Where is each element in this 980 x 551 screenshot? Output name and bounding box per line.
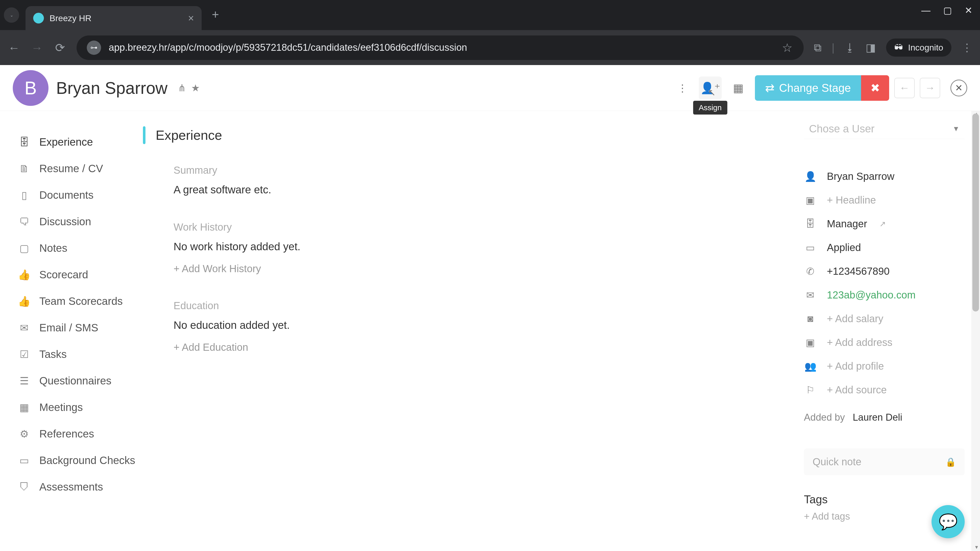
sidebar: 🗄Experience 🗎Resume / CV ▯Documents 🗨Dis… [0, 111, 143, 551]
assign-tooltip: Assign [693, 101, 727, 114]
sidebar-item-references[interactable]: ⚙References [13, 421, 143, 447]
change-stage-button[interactable]: ⇄ Change Stage [755, 75, 861, 101]
url-bar[interactable]: ⊶ app.breezy.hr/app/c/moodjoy/p/59357218… [76, 35, 803, 60]
chat-fab-button[interactable]: 💬 [932, 505, 965, 538]
window-controls: — ▢ ✕ [921, 5, 972, 16]
candidate-header: B Bryan Sparrow ⋔ ★ ⋮ 👤⁺ ↖ Assign ▦ ⇄ Ch… [0, 65, 980, 111]
info-status-row[interactable]: ▭ Applied [804, 236, 965, 259]
sidebar-item-meetings[interactable]: ▦Meetings [13, 394, 143, 421]
sidebar-item-discussion[interactable]: 🗨Discussion [13, 208, 143, 235]
disqualify-button[interactable]: ✖ [861, 75, 889, 101]
reload-icon[interactable]: ⟳ [54, 41, 66, 55]
info-status: Applied [827, 242, 861, 253]
info-role-row[interactable]: 🗄 Manager ↗ [804, 212, 965, 236]
downloads-icon[interactable]: ⭳ [845, 41, 856, 54]
incognito-icon: 🕶 [894, 43, 903, 52]
next-candidate-button[interactable]: → [920, 78, 940, 98]
info-email-row[interactable]: ✉ 123ab@yahoo.com [804, 283, 965, 307]
quick-note-input[interactable]: Quick note 🔒 [804, 448, 965, 475]
maximize-icon[interactable]: ▢ [943, 5, 952, 16]
back-icon[interactable]: ← [8, 41, 21, 55]
sidebar-item-questionnaires[interactable]: ☰Questionnaires [13, 368, 143, 394]
work-history-label: Work History [173, 221, 773, 233]
extensions-icon[interactable]: ⧉ [814, 41, 821, 54]
sidebar-item-label: Notes [39, 242, 67, 254]
sidebar-item-label: Assessments [39, 481, 103, 493]
sidebar-item-label: References [39, 428, 94, 440]
sidebar-item-label: Email / SMS [39, 322, 98, 334]
info-phone-row[interactable]: ✆ +1234567890 [804, 259, 965, 283]
quick-note-placeholder: Quick note [813, 456, 861, 468]
info-headline-row[interactable]: ▣ + Headline [804, 188, 965, 212]
scrollbar-thumb[interactable] [972, 114, 979, 311]
bookmark-star-icon[interactable]: ☆ [781, 41, 794, 55]
lock-icon[interactable]: 🔒 [945, 457, 956, 467]
info-name: Bryan Sparrow [827, 171, 894, 182]
new-tab-button[interactable]: + [212, 7, 219, 23]
right-panel: Chose a User ▼ 👤 Bryan Sparrow ▣ + Headl… [794, 111, 980, 551]
summary-label: Summary [173, 165, 773, 176]
add-education-link[interactable]: + Add Education [173, 341, 773, 353]
salary-icon: ◙ [804, 313, 817, 324]
tab-close-icon[interactable]: × [188, 13, 194, 24]
sidebar-item-documents[interactable]: ▯Documents [13, 182, 143, 208]
assign-user-icon: 👤⁺ [700, 81, 720, 95]
note-icon: ▢ [18, 242, 30, 254]
site-info-icon[interactable]: ⊶ [87, 41, 101, 55]
sidebar-item-label: Resume / CV [39, 162, 103, 175]
add-work-history-link[interactable]: + Add Work History [173, 263, 773, 275]
prev-candidate-button[interactable]: ← [894, 78, 915, 98]
incognito-badge[interactable]: 🕶 Incognito [886, 38, 951, 57]
browser-menu-icon[interactable]: ⋮ [962, 41, 972, 54]
close-panel-button[interactable]: ✕ [950, 79, 967, 97]
minimize-icon[interactable]: — [921, 5, 931, 16]
scrollbar-track[interactable]: ▴ ▾ [971, 111, 980, 551]
assign-button[interactable]: 👤⁺ ↖ Assign [699, 76, 722, 100]
tab-search-dropdown[interactable]: ⌄ [4, 7, 19, 23]
sidebar-item-email-sms[interactable]: ✉Email / SMS [13, 314, 143, 341]
info-address-row[interactable]: ▣ + Add address [804, 330, 965, 354]
sidebar-item-label: Documents [39, 189, 94, 201]
scroll-down-icon[interactable]: ▾ [975, 544, 978, 551]
star-icon[interactable]: ★ [191, 83, 200, 94]
sidebar-item-label: Team Scorecards [39, 295, 123, 307]
sidebar-item-assessments[interactable]: ⛉Assessments [13, 474, 143, 500]
header-actions: ⋮ 👤⁺ ↖ Assign ▦ ⇄ Change Stage ✖ ← → ✕ [671, 75, 967, 101]
disqualify-icon: ✖ [870, 81, 880, 94]
info-profile-row[interactable]: 👥 + Add profile [804, 354, 965, 378]
doc-icon: ▯ [18, 189, 30, 201]
rss-icon[interactable]: ⋔ [178, 83, 186, 94]
flag-icon: ⚐ [804, 384, 817, 395]
shield-icon: ⛉ [18, 481, 30, 493]
info-source-row[interactable]: ⚐ + Add source [804, 378, 965, 402]
choose-user-dropdown[interactable]: Chose a User ▼ [804, 119, 965, 139]
kebab-menu-button[interactable]: ⋮ [671, 76, 694, 100]
browser-chrome: — ▢ ✕ ⌄ Breezy HR × + ← → ⟳ ⊶ app.breezy… [0, 0, 980, 65]
phone-icon: ✆ [804, 266, 817, 277]
info-salary-row[interactable]: ◙ + Add salary [804, 307, 965, 330]
tab-title: Breezy HR [49, 13, 183, 23]
sidebar-item-background-checks[interactable]: ▭Background Checks [13, 447, 143, 474]
grid-icon: ▦ [18, 402, 30, 413]
summary-text: A great software etc. [173, 184, 773, 196]
briefcase-icon: 🗄 [18, 137, 30, 148]
sidebar-item-notes[interactable]: ▢Notes [13, 235, 143, 262]
sidebar-item-tasks[interactable]: ☑Tasks [13, 341, 143, 368]
browser-tab[interactable]: Breezy HR × [25, 6, 202, 30]
schedule-button[interactable]: ▦ [727, 76, 750, 100]
sidebar-item-experience[interactable]: 🗄Experience [13, 129, 143, 156]
status-icon: ▭ [804, 242, 817, 253]
forward-icon[interactable]: → [30, 41, 43, 55]
sidebar-item-resume[interactable]: 🗎Resume / CV [13, 156, 143, 182]
thumbs-icon: 👍 [18, 295, 30, 307]
sidepanel-icon[interactable]: ◨ [865, 41, 876, 54]
close-window-icon[interactable]: ✕ [965, 5, 972, 16]
added-by-label: Added by [804, 412, 845, 423]
app-body: 🗄Experience 🗎Resume / CV ▯Documents 🗨Dis… [0, 111, 980, 551]
sidebar-item-label: Discussion [39, 216, 91, 228]
info-name-row: 👤 Bryan Sparrow [804, 165, 965, 188]
add-salary-link: + Add salary [827, 313, 883, 324]
sidebar-item-team-scorecards[interactable]: 👍Team Scorecards [13, 288, 143, 314]
sidebar-item-scorecard[interactable]: 👍Scorecard [13, 262, 143, 288]
external-link-icon[interactable]: ↗ [880, 219, 886, 228]
